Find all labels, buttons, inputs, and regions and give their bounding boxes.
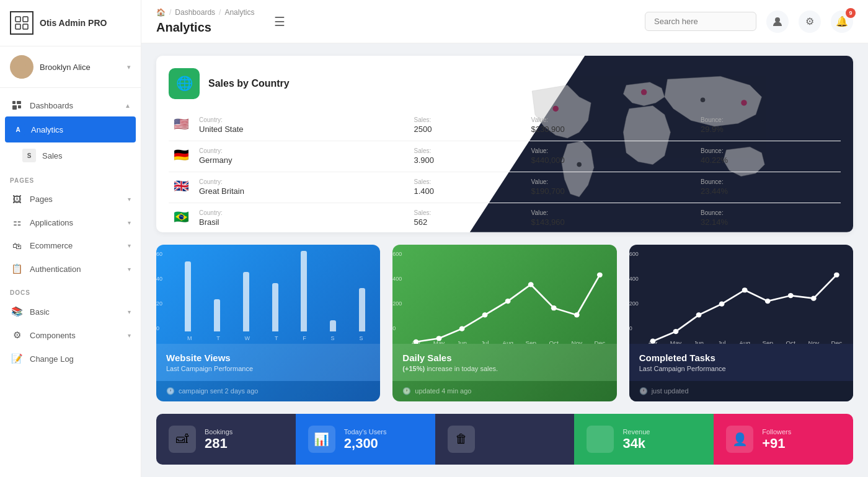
- sidebar-item-sales[interactable]: S Sales: [0, 142, 141, 168]
- docs-section-title: DOCS: [0, 281, 141, 300]
- settings-icon-button[interactable]: ⚙: [799, 11, 821, 33]
- menu-toggle-icon[interactable]: ☰: [274, 14, 285, 29]
- bounce-cell: Bounce: 23.44%: [696, 172, 841, 203]
- card-header: 🌐 Sales by Country: [169, 68, 841, 99]
- home-icon: 🏠: [156, 8, 166, 17]
- daily-sales-footer: 🕐 updated 4 min ago: [392, 381, 616, 401]
- table-row: 🇬🇧 Country: Great Britain Sales: 1.400 V…: [169, 172, 841, 203]
- breadcrumb-sep1: /: [169, 8, 171, 17]
- bar-wrapper: [175, 261, 202, 331]
- x-axis-label: Aug: [503, 339, 514, 344]
- country-cell: Country: Brasil: [194, 203, 409, 232]
- website-views-subtitle: Last Campaign Performance: [166, 365, 370, 372]
- bounce-cell: Bounce: 32.14%: [696, 203, 841, 232]
- x-axis-label: May: [670, 339, 681, 344]
- changelog-icon: 📝: [10, 353, 24, 364]
- website-views-chart: 60 40 20 0 MTWTFSS: [156, 245, 380, 344]
- daily-sales-y-labels: 600 400 200 0: [392, 251, 402, 331]
- bar-wrapper: [320, 320, 347, 331]
- sidebar-item-analytics[interactable]: A Analytics: [5, 116, 136, 142]
- x-axis-label: Sep: [526, 339, 537, 344]
- bar-wrapper: [291, 251, 317, 331]
- sidebar-item-basic-label: Basic: [30, 307, 128, 317]
- table-row: 🇩🇪 Country: Germany Sales: 3.900 Value: …: [169, 141, 841, 172]
- website-views-footer: 🕐 campaign sent 2 days ago: [156, 381, 380, 401]
- sidebar-item-components[interactable]: ⚙ Components ▾: [0, 323, 141, 347]
- bar-chart: [175, 251, 375, 331]
- bounce-cell: Bounce: 29.9%: [696, 110, 841, 141]
- website-views-card: 60 40 20 0 MTWTFSS Website Views Last Ca…: [156, 245, 380, 401]
- stat-item-2: 🗑: [435, 414, 575, 465]
- bar: [185, 261, 191, 331]
- bar-wrapper: [349, 288, 376, 331]
- sidebar-item-ecommerce-label: Ecommerce: [30, 241, 128, 250]
- country-cell: Country: Germany: [194, 141, 409, 172]
- data-point: [482, 312, 488, 317]
- stat-item-4: 👤 Followers +91: [714, 414, 853, 465]
- x-axis-label: Aug: [739, 339, 750, 344]
- data-point: [811, 295, 817, 300]
- breadcrumb-page: Analytics: [224, 8, 254, 17]
- main-content: 🏠 / Dashboards / Analytics Analytics ☰ ⚙…: [141, 0, 868, 477]
- sidebar-item-analytics-label: Analytics: [31, 125, 130, 134]
- sales-country-content: 🌐 Sales by Country 🇺🇸 Country: United St…: [169, 68, 841, 232]
- website-views-title: Website Views: [166, 352, 370, 363]
- user-chevron-icon: ▾: [127, 63, 131, 71]
- sidebar-item-authentication[interactable]: 📋 Authentication ▾: [0, 257, 141, 281]
- sidebar-item-applications-label: Applications: [30, 218, 128, 227]
- svg-rect-0: [16, 17, 20, 22]
- bounce-cell: Bounce: 40.22%: [696, 141, 841, 172]
- stat-item-0: 🛋 Bookings 281: [156, 414, 296, 465]
- globe-icon: 🌐: [169, 68, 200, 99]
- dashboards-chevron-icon: ▲: [125, 102, 131, 109]
- data-point: [719, 301, 724, 306]
- value-cell: Value: $190,700: [526, 172, 696, 203]
- x-axis-label: May: [433, 339, 445, 344]
- sidebar-item-changelog[interactable]: 📝 Change Log: [0, 347, 141, 370]
- components-chevron-icon: ▾: [128, 332, 131, 339]
- sidebar-item-basic[interactable]: 📚 Basic ▾: [0, 300, 141, 323]
- daily-sales-chart: 600 400 200 0 AprMayJunJulAugSepOctNovDe…: [392, 245, 616, 344]
- dashboards-icon: [10, 100, 24, 110]
- user-icon-button[interactable]: [766, 11, 789, 33]
- daily-sales-highlight: (+15%): [402, 365, 425, 372]
- data-point: [834, 272, 839, 277]
- x-axis-label: Jul: [481, 339, 489, 344]
- country-cell: Country: United State: [194, 110, 409, 141]
- data-point: [764, 299, 770, 304]
- user-name: Brooklyn Alice: [40, 63, 127, 72]
- data-point: [742, 287, 747, 292]
- user-profile[interactable]: Brooklyn Alice ▾: [0, 46, 141, 88]
- stat-icon-0: 🛋: [169, 426, 196, 453]
- completed-tasks-chart: 600 400 200 0 AprMayJunJulAugSepOctNovDe…: [629, 245, 853, 344]
- x-axis-label: Nov: [572, 339, 583, 344]
- stat-value-1: 2,300: [344, 437, 387, 450]
- daily-sales-title: Daily Sales: [402, 352, 606, 363]
- sidebar-item-dashboards[interactable]: Dashboards ▲: [0, 94, 141, 116]
- notifications-icon-button[interactable]: 🔔 9: [831, 11, 853, 33]
- bar: [359, 288, 365, 331]
- svg-point-10: [775, 17, 780, 22]
- breadcrumb-dashboards: Dashboards: [175, 8, 215, 17]
- svg-rect-2: [16, 24, 20, 29]
- sidebar-item-pages[interactable]: 🖼 Pages ▾: [0, 188, 141, 211]
- sidebar-item-applications[interactable]: ⚏ Applications ▾: [0, 211, 141, 234]
- sales-cell: Sales: 1.400: [409, 172, 526, 203]
- components-icon: ⚙: [10, 330, 24, 341]
- stat-value-3: 34k: [622, 437, 650, 450]
- table-row: 🇺🇸 Country: United State Sales: 2500 Val…: [169, 110, 841, 141]
- stat-label-4: Followers: [762, 428, 791, 435]
- value-cell: Value: $230,900: [526, 110, 696, 141]
- sidebar-item-ecommerce[interactable]: 🛍 Ecommerce ▾: [0, 234, 141, 257]
- authentication-chevron-icon: ▾: [128, 266, 131, 273]
- bar: [330, 320, 336, 331]
- app-name: Otis Admin PRO: [40, 18, 107, 28]
- completed-tasks-footer: 🕐 just updated: [629, 381, 853, 401]
- sales-cell: Sales: 562: [409, 203, 526, 232]
- search-input[interactable]: [645, 12, 756, 31]
- x-axis-label: Jun: [694, 339, 704, 344]
- bar: [214, 299, 220, 331]
- bar: [301, 251, 307, 331]
- sidebar-nav: Dashboards ▲ A Analytics S Sales PAGES 🖼…: [0, 88, 141, 477]
- x-axis-label: Jun: [457, 339, 467, 344]
